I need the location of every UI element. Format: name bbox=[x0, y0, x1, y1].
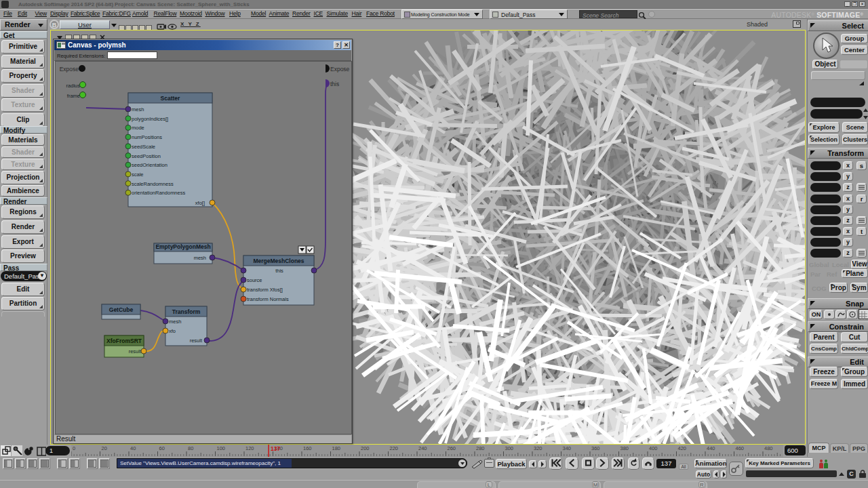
svg-text:80: 80 bbox=[188, 445, 193, 451]
svg-text:280: 280 bbox=[476, 445, 485, 451]
svg-text:transform Normals: transform Normals bbox=[247, 296, 289, 302]
svg-text:Scatter: Scatter bbox=[161, 95, 181, 102]
svg-text:120: 120 bbox=[245, 445, 254, 451]
svg-text:20: 20 bbox=[102, 445, 107, 451]
svg-text:transform Xfos[]: transform Xfos[] bbox=[247, 287, 283, 293]
svg-text:seedPosition: seedPosition bbox=[132, 153, 161, 159]
svg-text:200: 200 bbox=[361, 445, 370, 451]
svg-text:100: 100 bbox=[217, 445, 226, 451]
svg-text:mesh: mesh bbox=[194, 255, 206, 261]
svg-text:220: 220 bbox=[390, 445, 399, 451]
svg-text:480: 480 bbox=[764, 445, 773, 451]
svg-text:360: 360 bbox=[591, 445, 600, 451]
svg-text:240: 240 bbox=[418, 445, 427, 451]
svg-text:0: 0 bbox=[73, 445, 75, 451]
svg-text:137: 137 bbox=[271, 445, 280, 452]
svg-text:scaleRandomness: scaleRandomness bbox=[132, 181, 174, 187]
svg-text:mode: mode bbox=[132, 125, 144, 131]
svg-text:60: 60 bbox=[159, 445, 165, 451]
svg-text:mesh: mesh bbox=[169, 319, 181, 325]
svg-text:radius: radius bbox=[66, 83, 81, 89]
svg-text:420: 420 bbox=[678, 445, 687, 451]
svg-text:340: 340 bbox=[563, 445, 572, 451]
svg-text:Transform: Transform bbox=[172, 308, 201, 315]
svg-text:260: 260 bbox=[448, 445, 456, 451]
svg-text:380: 380 bbox=[620, 445, 629, 451]
svg-text:Expose: Expose bbox=[330, 66, 350, 73]
svg-text:this: this bbox=[330, 81, 339, 87]
svg-text:scale: scale bbox=[132, 171, 144, 178]
svg-text:180: 180 bbox=[332, 445, 341, 451]
svg-text:seedOrientation: seedOrientation bbox=[132, 162, 167, 168]
svg-text:this: this bbox=[275, 268, 283, 274]
svg-text:orientationRandomness: orientationRandomness bbox=[132, 190, 185, 196]
svg-text:320: 320 bbox=[534, 445, 542, 451]
svg-text:result: result bbox=[129, 348, 142, 354]
svg-text:seedScale: seedScale bbox=[132, 144, 155, 150]
svg-text:XfoFromSRT: XfoFromSRT bbox=[106, 338, 142, 344]
svg-text:result: result bbox=[190, 338, 203, 344]
svg-text:xfo: xfo bbox=[169, 328, 176, 334]
svg-text:440: 440 bbox=[707, 445, 715, 451]
svg-text:300: 300 bbox=[505, 445, 514, 451]
svg-text:Expose: Expose bbox=[60, 66, 79, 73]
svg-text:160: 160 bbox=[303, 445, 312, 451]
svg-text:EmptyPolygonMesh: EmptyPolygonMesh bbox=[155, 243, 210, 250]
svg-text:xfo[]: xfo[] bbox=[195, 200, 205, 206]
svg-text:460: 460 bbox=[736, 445, 745, 451]
svg-text:numPositions: numPositions bbox=[132, 134, 162, 140]
svg-text:400: 400 bbox=[649, 445, 658, 451]
svg-text:frame: frame bbox=[67, 93, 80, 99]
svg-text:mesh: mesh bbox=[132, 106, 144, 113]
svg-text:GetCube: GetCube bbox=[109, 306, 134, 313]
svg-text:MergeMeshClones: MergeMeshClones bbox=[253, 258, 304, 264]
svg-text:40: 40 bbox=[130, 445, 136, 451]
svg-text:source: source bbox=[247, 277, 262, 283]
svg-text:polygonIndices[]: polygonIndices[] bbox=[132, 116, 168, 122]
